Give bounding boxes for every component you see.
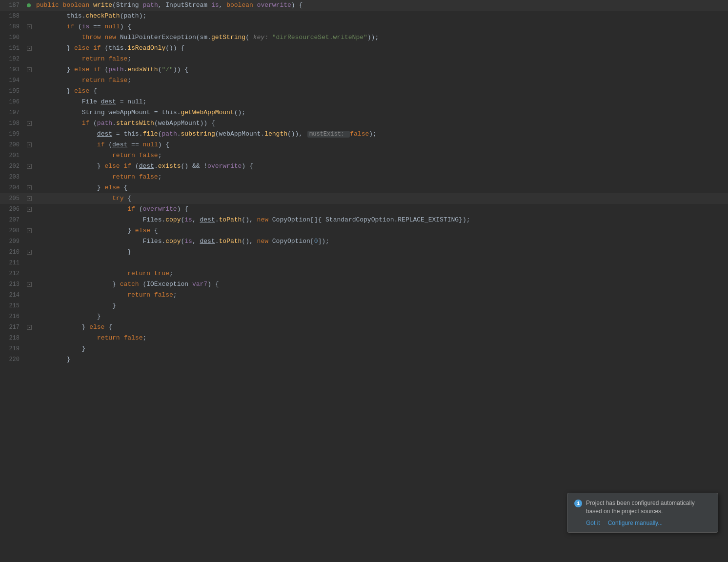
code-content: return false; xyxy=(34,150,728,161)
configure-manually-link[interactable]: Configure manually... xyxy=(608,520,663,526)
line-number: 209 xyxy=(0,238,24,245)
fold-icon[interactable]: ⁃ xyxy=(27,24,32,29)
code-content: return false; xyxy=(34,75,728,86)
code-content: } xyxy=(34,247,728,258)
code-content: if (is == null) { xyxy=(34,21,728,32)
fold-icon[interactable]: ⁃ xyxy=(27,282,32,287)
code-line: 205⁃ try { xyxy=(0,193,728,204)
code-area: 187public boolean write(String path, Inp… xyxy=(0,0,728,365)
code-line: 213⁃ } catch (IOException var7) { xyxy=(0,279,728,290)
code-line: 199 dest = this.file(path.substring(webA… xyxy=(0,129,728,140)
fold-icon[interactable]: ⁃ xyxy=(27,250,32,255)
code-line: 204⁃ } else { xyxy=(0,182,728,193)
line-number: 201 xyxy=(0,152,24,159)
gutter-area: ⁃ xyxy=(24,67,34,72)
fold-icon[interactable]: ⁃ xyxy=(27,67,32,72)
gutter-area: ⁃ xyxy=(24,142,34,147)
code-content: public boolean write(String path, InputS… xyxy=(34,0,728,11)
code-line: 216 } xyxy=(0,311,728,322)
notification-actions: Got it Configure manually... xyxy=(574,520,711,526)
line-number: 198 xyxy=(0,120,24,127)
code-line: 189⁃ if (is == null) { xyxy=(0,21,728,32)
code-content: dest = this.file(path.substring(webAppMo… xyxy=(34,129,728,140)
fold-icon[interactable]: ⁃ xyxy=(27,228,32,233)
fold-icon[interactable]: ⁃ xyxy=(27,46,32,51)
line-number: 208 xyxy=(0,227,24,234)
code-editor: 187public boolean write(String path, Inp… xyxy=(0,0,728,562)
gutter-area: ⁃ xyxy=(24,24,34,29)
code-content: return false; xyxy=(34,172,728,182)
got-it-button[interactable]: Got it xyxy=(586,520,600,526)
gutter-area xyxy=(24,3,34,7)
code-line: 198⁃ if (path.startsWith(webAppMount)) { xyxy=(0,118,728,129)
info-icon: i xyxy=(574,500,582,507)
notification-popup: i Project has been configured automatica… xyxy=(567,493,718,533)
code-line: 202⁃ } else if (dest.exists() && !overwr… xyxy=(0,161,728,172)
code-line: 203 return false; xyxy=(0,172,728,182)
line-number: 217 xyxy=(0,324,24,331)
code-content: } xyxy=(34,301,728,311)
code-content: } else { xyxy=(34,225,728,236)
gutter-area: ⁃ xyxy=(24,196,34,201)
line-number: 212 xyxy=(0,270,24,277)
code-content: return true; xyxy=(34,268,728,279)
code-line: 187public boolean write(String path, Inp… xyxy=(0,0,728,11)
fold-icon[interactable]: ⁃ xyxy=(27,196,32,201)
code-content: try { xyxy=(34,193,728,204)
gutter-area: ⁃ xyxy=(24,164,34,169)
code-content: } catch (IOException var7) { xyxy=(34,279,728,290)
gutter-area: ⁃ xyxy=(24,250,34,255)
fold-icon[interactable]: ⁃ xyxy=(27,142,32,147)
notification-message: Project has been configured automaticall… xyxy=(586,499,711,516)
code-line: 217⁃ } else { xyxy=(0,322,728,333)
line-number: 187 xyxy=(0,2,24,9)
fold-icon[interactable]: ⁃ xyxy=(27,325,32,330)
code-line: 193⁃ } else if (path.endsWith("/")) { xyxy=(0,64,728,75)
code-line: 208⁃ } else { xyxy=(0,225,728,236)
code-content: File dest = null; xyxy=(34,97,728,107)
code-content: } else { xyxy=(34,182,728,193)
line-number: 204 xyxy=(0,184,24,191)
notification-header: i Project has been configured automatica… xyxy=(574,499,711,516)
line-number: 195 xyxy=(0,88,24,95)
line-number: 191 xyxy=(0,45,24,52)
gutter-area: ⁃ xyxy=(24,282,34,287)
fold-icon[interactable]: ⁃ xyxy=(27,207,32,212)
gutter-area: ⁃ xyxy=(24,185,34,190)
code-content: } xyxy=(34,311,728,322)
code-line: 196 File dest = null; xyxy=(0,97,728,107)
line-number: 207 xyxy=(0,217,24,223)
code-content: Files.copy(is, dest.toPath(), new CopyOp… xyxy=(34,236,728,247)
line-number: 200 xyxy=(0,141,24,148)
code-content: return false; xyxy=(34,54,728,64)
fold-icon[interactable]: ⁃ xyxy=(27,121,32,126)
line-number: 211 xyxy=(0,260,24,266)
line-number: 197 xyxy=(0,109,24,116)
line-number: 190 xyxy=(0,34,24,41)
fold-icon[interactable]: ⁃ xyxy=(27,164,32,169)
line-number: 216 xyxy=(0,313,24,320)
line-number: 205 xyxy=(0,195,24,202)
code-line: 191⁃ } else if (this.isReadOnly()) { xyxy=(0,43,728,54)
code-line: 197 String webAppMount = this.getWebAppM… xyxy=(0,107,728,118)
code-content: return false; xyxy=(34,333,728,343)
line-number: 215 xyxy=(0,302,24,309)
line-number: 199 xyxy=(0,131,24,138)
code-line: 188 this.checkPath(path); xyxy=(0,11,728,21)
code-content: } else if (this.isReadOnly()) { xyxy=(34,43,728,54)
code-content: String webAppMount = this.getWebAppMount… xyxy=(34,107,728,118)
code-content: } else { xyxy=(34,86,728,97)
code-line: 210⁃ } xyxy=(0,247,728,258)
code-content: } xyxy=(34,354,728,365)
line-number: 202 xyxy=(0,163,24,170)
code-content: throw new NullPointerException(sm.getStr… xyxy=(34,32,728,43)
code-line: 201 return false; xyxy=(0,150,728,161)
code-line: 215 } xyxy=(0,301,728,311)
code-line: 209 Files.copy(is, dest.toPath(), new Co… xyxy=(0,236,728,247)
code-line: 207 Files.copy(is, dest.toPath(), new Co… xyxy=(0,215,728,225)
code-line: 190 throw new NullPointerException(sm.ge… xyxy=(0,32,728,43)
line-number: 189 xyxy=(0,23,24,30)
code-content: } else { xyxy=(34,322,728,333)
fold-icon[interactable]: ⁃ xyxy=(27,185,32,190)
gutter-area: ⁃ xyxy=(24,121,34,126)
